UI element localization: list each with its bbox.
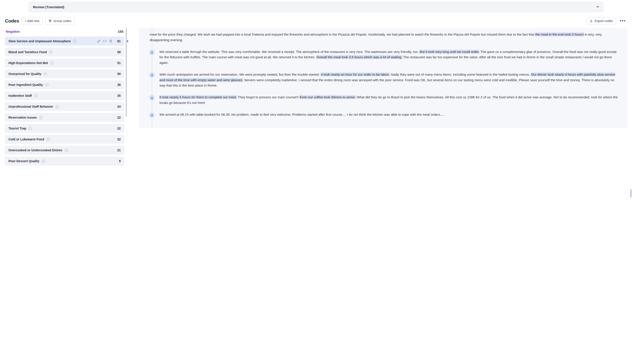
code-count: 22 bbox=[117, 116, 121, 119]
code-count: 81 bbox=[117, 40, 121, 43]
code-count: 58 bbox=[117, 50, 121, 54]
review-translated-dropdown[interactable]: Review (Translated) bbox=[29, 2, 603, 12]
category-name: Negative bbox=[6, 30, 20, 33]
codes-header: Codes + Add new Group codes Export codes… bbox=[0, 12, 632, 28]
info-icon[interactable]: i bbox=[56, 105, 59, 108]
code-label: Poor Dessert Quality bbox=[9, 159, 40, 163]
code-label: Inattentive Staff bbox=[9, 94, 32, 98]
code-item[interactable]: Inattentive Staffi35 bbox=[5, 91, 124, 100]
avatar bbox=[149, 112, 155, 118]
info-icon[interactable]: i bbox=[46, 138, 50, 141]
code-item[interactable]: Poor Ingredient Qualityi38 bbox=[5, 80, 124, 89]
code-item[interactable]: High Expectations Not Meti51 bbox=[5, 58, 124, 68]
highlighted-text: Even our coffee took 30mins to arrive. bbox=[299, 95, 356, 99]
avatar bbox=[149, 72, 155, 78]
info-icon[interactable]: i bbox=[29, 127, 32, 130]
download-icon bbox=[589, 19, 593, 23]
reviews-container: meal for the price they charged. We wish… bbox=[139, 28, 627, 128]
code-label: Overpriced for Quality bbox=[9, 72, 42, 76]
code-count: 38 bbox=[117, 83, 121, 86]
person-icon bbox=[151, 74, 153, 76]
review-translated-label: Review (Translated) bbox=[33, 5, 64, 9]
add-new-button[interactable]: + Add new bbox=[21, 17, 43, 25]
code-item[interactable]: Poor Dessert Qualityi9 bbox=[5, 157, 124, 166]
code-label: Cold or Lukewarm Food bbox=[9, 138, 44, 141]
chevron-down-icon bbox=[596, 6, 599, 8]
info-icon[interactable]: i bbox=[50, 62, 54, 65]
code-count: 50 bbox=[117, 72, 121, 76]
code-label: Unprofessional Staff Behavior bbox=[9, 105, 53, 108]
info-icon[interactable]: i bbox=[42, 160, 45, 163]
svg-point-4 bbox=[151, 74, 152, 75]
code-item[interactable]: Reservation Issuesi22 bbox=[5, 113, 124, 122]
info-icon[interactable]: i bbox=[39, 116, 43, 119]
reviews-panel: meal for the price they charged. We wish… bbox=[128, 28, 632, 170]
group-codes-label: Group codes bbox=[54, 19, 71, 23]
code-count: 21 bbox=[117, 148, 121, 152]
code-label: Slow Service and Unpleasant Atmosphere bbox=[9, 40, 71, 43]
review-text: We arrived at 08.15 with table booked fo… bbox=[159, 112, 619, 118]
code-count: 34 bbox=[117, 105, 121, 108]
review-entry: It took nearly 5 hours for them to compl… bbox=[150, 94, 619, 106]
code-label: Bland and Tasteless Food bbox=[9, 50, 47, 54]
svg-point-5 bbox=[151, 97, 152, 98]
info-icon[interactable]: i bbox=[45, 83, 49, 86]
more-menu-button[interactable]: ••• bbox=[618, 17, 627, 25]
person-icon bbox=[151, 96, 153, 99]
code-item[interactable]: Bland and Tasteless Foodi58 bbox=[5, 48, 124, 56]
highlighted-text: But it took very long until we could ord… bbox=[420, 50, 479, 54]
review-entry: With much anticipation we arrived for ou… bbox=[150, 72, 619, 88]
svg-point-2 bbox=[50, 21, 51, 22]
review-entry: We arrived at 08.15 with table booked fo… bbox=[150, 112, 619, 118]
highlighted-text: It took nearly an hour for our order to … bbox=[321, 72, 390, 76]
review-text: With much anticipation we arrived for ou… bbox=[159, 72, 619, 88]
review-text: It took nearly 5 hours for them to compl… bbox=[159, 94, 619, 106]
code-item[interactable]: Tourist Trapi22 bbox=[5, 124, 124, 133]
category-row[interactable]: Negative 155 bbox=[5, 28, 124, 36]
svg-point-6 bbox=[151, 114, 152, 115]
code-count: 22 bbox=[117, 138, 121, 141]
group-codes-button[interactable]: Group codes bbox=[45, 17, 75, 25]
code-brackets-icon[interactable] bbox=[103, 39, 107, 43]
code-actions bbox=[97, 39, 113, 43]
codes-list: Slow Service and Unpleasant Atmospherei … bbox=[5, 36, 124, 166]
code-label: Overcooked or Undercooked Dishes bbox=[9, 148, 62, 152]
code-item[interactable]: Unprofessional Staff Behaviori34 bbox=[5, 102, 124, 111]
code-label: Reservation Issues bbox=[9, 116, 37, 119]
export-codes-label: Export codes bbox=[594, 19, 613, 23]
group-icon bbox=[48, 19, 52, 23]
highlighted-text: the meal in the end took 5 hours! bbox=[535, 32, 584, 36]
info-icon[interactable]: i bbox=[65, 149, 68, 152]
code-label: High Expectations Not Met bbox=[9, 61, 48, 65]
review-entry: We reserved a table through the website.… bbox=[150, 49, 619, 66]
svg-point-3 bbox=[151, 51, 152, 52]
code-count: 51 bbox=[117, 61, 121, 65]
highlighted-text: Overall the meal took 3.5 hours which wa… bbox=[317, 55, 402, 59]
info-icon[interactable]: i bbox=[49, 50, 52, 54]
code-count: 9 bbox=[119, 159, 121, 163]
info-icon[interactable]: i bbox=[73, 40, 76, 43]
edit-icon[interactable] bbox=[97, 39, 101, 43]
add-new-label: + Add new bbox=[25, 19, 40, 23]
code-item[interactable]: Slow Service and Unpleasant Atmospherei … bbox=[5, 36, 124, 46]
code-count: 35 bbox=[117, 94, 121, 98]
info-icon[interactable]: i bbox=[34, 94, 38, 98]
trash-icon[interactable] bbox=[109, 39, 113, 43]
review-text: meal for the price they charged. We wish… bbox=[150, 32, 619, 43]
review-entry: meal for the price they charged. We wish… bbox=[150, 32, 619, 43]
code-count: 22 bbox=[117, 126, 121, 130]
code-item[interactable]: Cold or Lukewarm Foodi22 bbox=[5, 135, 124, 144]
codes-title: Codes bbox=[5, 18, 19, 24]
person-icon bbox=[151, 114, 153, 116]
person-icon bbox=[151, 51, 153, 54]
code-label: Tourist Trap bbox=[9, 126, 26, 130]
info-icon[interactable]: i bbox=[44, 72, 47, 76]
code-item[interactable]: Overpriced for Qualityi50 bbox=[5, 70, 124, 78]
avatar bbox=[149, 95, 155, 100]
avatar bbox=[149, 50, 155, 55]
category-count: 155 bbox=[118, 30, 123, 33]
review-text: We reserved a table through the website.… bbox=[159, 49, 619, 66]
highlighted-text: It took nearly 5 hours for them to compl… bbox=[159, 95, 237, 99]
export-codes-button[interactable]: Export codes bbox=[586, 17, 616, 25]
code-item[interactable]: Overcooked or Undercooked Dishesi21 bbox=[5, 146, 124, 155]
